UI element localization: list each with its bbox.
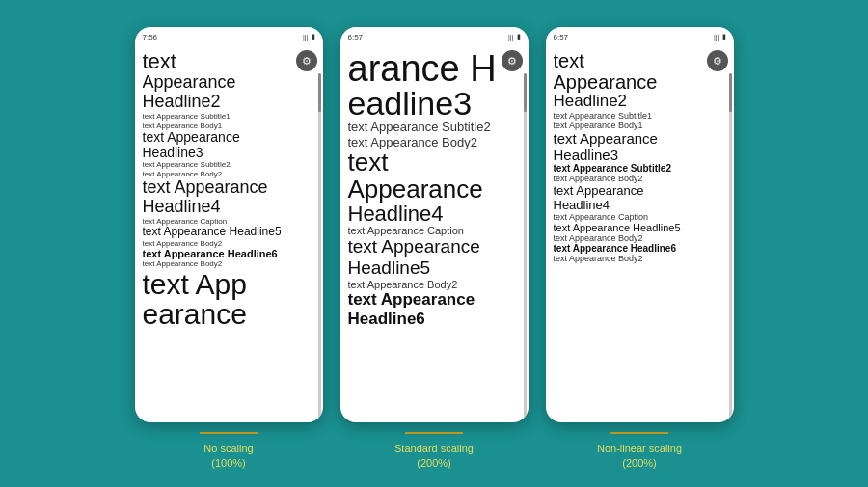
phone1-headline4a: text Appearance: [143, 178, 315, 198]
phone2-wrapper: 6:57 ||| ▮ ⚙ arance H eadline3 text Appe…: [340, 27, 529, 470]
phone3-battery-icon: ▮: [722, 33, 726, 41]
phone1-caption-label: No scaling (100%): [203, 442, 253, 470]
phone2-text: text: [348, 149, 521, 176]
phone1-text-label: text: [143, 50, 315, 73]
phone2-arance: arance H: [348, 50, 521, 87]
phone1-divider: [200, 432, 258, 434]
phone3-headline4a: text Appearance: [554, 183, 726, 198]
phone2-headline6b: Headline6: [348, 310, 521, 329]
phone3-status-right: ||| ▮: [714, 33, 725, 41]
phone3-body2c: text Appearance Body2: [554, 254, 726, 263]
phone3-subtitle1: text Appearance Subtitle1: [554, 111, 726, 121]
phone1-headline6: text Appearance Headline6: [143, 248, 315, 259]
phone1-status-right: ||| ▮: [303, 33, 314, 41]
phone3-gear-button[interactable]: ⚙: [707, 50, 728, 71]
phone2-caption: text Appearance Caption: [348, 225, 521, 236]
phone3-divider: [610, 432, 668, 434]
phone1-scroll-thumb: [318, 73, 321, 112]
phone3-appearance: Appearance: [554, 71, 726, 93]
phone2-headline5a: text Appearance: [348, 236, 521, 257]
phone2-caption-label: Standard scaling (200%): [394, 442, 474, 470]
phone1-headline4b: Headline4: [143, 198, 315, 217]
phone2-divider: [405, 432, 463, 434]
phone1-body2b: text Appearance Body2: [143, 239, 315, 249]
phone1-big-text1: text App: [143, 269, 315, 300]
phone3: 6:57 ||| ▮ ⚙ text Appearance Headline2 t…: [546, 27, 734, 422]
phone2-scroll-thumb: [524, 73, 527, 112]
phone2-scrollbar[interactable]: [524, 73, 527, 419]
phone3-status-time: 6:57: [554, 33, 569, 41]
phone2: 6:57 ||| ▮ ⚙ arance H eadline3 text Appe…: [340, 27, 529, 422]
phone3-scroll: text Appearance Headline2 text Appearanc…: [554, 50, 726, 419]
phone2-body2b: text Appearance Body2: [348, 279, 521, 290]
phone3-headline3b: Headline3: [554, 147, 726, 163]
phone2-content: ⚙ arance H eadline3 text Appearance Subt…: [340, 44, 529, 422]
phone1: 7:56 ||| ▮ ⚙ text Appearance Headline2 t…: [135, 27, 323, 422]
phone3-wrapper: 6:57 ||| ▮ ⚙ text Appearance Headline2 t…: [546, 27, 734, 470]
phone2-appearance: Appearance: [348, 176, 521, 203]
phone3-content: ⚙ text Appearance Headline2 text Appeara…: [546, 44, 734, 422]
phone3-body2: text Appearance Body2: [554, 174, 726, 183]
phone2-gear-button[interactable]: ⚙: [502, 50, 523, 71]
phone3-scrollbar[interactable]: [729, 73, 732, 419]
phone1-headline2-label: Headline2: [143, 93, 315, 112]
phone3-headline2: Headline2: [554, 93, 726, 111]
phone3-body2b: text Appearance Body2: [554, 233, 726, 243]
phone2-headline4: Headline4: [348, 203, 521, 225]
phone3-caption: text Appearance Caption: [554, 212, 726, 222]
phone3-status-bar: 6:57 ||| ▮: [546, 27, 734, 44]
phone1-headline3b: Headline3: [143, 146, 315, 160]
phone1-headline5: text Appearance Headline5: [143, 226, 315, 238]
phone3-headline6: text Appearance Headline6: [554, 243, 726, 254]
phone3-body1: text Appearance Body1: [554, 121, 726, 130]
phone2-headline6a: text Appearance: [348, 290, 521, 310]
phone2-subtitle2: text Appearance Subtitle2: [348, 120, 521, 135]
phone3-subtitle2: text Appearance Subtitle2: [554, 163, 726, 174]
phone3-headline3a: text Appearance: [554, 130, 726, 147]
phone2-headline5b: Headline5: [348, 257, 521, 279]
phone1-battery-icon: ▮: [312, 33, 315, 41]
phone1-gear-button[interactable]: ⚙: [296, 50, 317, 71]
phone2-status-right: ||| ▮: [508, 33, 520, 41]
phone1-content: ⚙ text Appearance Headline2 text Appeara…: [135, 44, 323, 422]
phone2-scroll: arance H eadline3 text Appearance Subtit…: [348, 50, 521, 419]
phone1-signal-icon: |||: [303, 34, 308, 41]
phone1-scrollbar[interactable]: [318, 73, 321, 419]
phone3-headline4b: Headline4: [554, 198, 726, 212]
phone3-text: text: [554, 50, 726, 71]
phone3-signal-icon: |||: [714, 34, 719, 41]
phone1-big-text2: earance: [143, 299, 315, 330]
phone2-signal-icon: |||: [508, 34, 513, 41]
phone1-status-time: 7:56: [143, 33, 158, 41]
phones-container: 7:56 ||| ▮ ⚙ text Appearance Headline2 t…: [135, 17, 734, 470]
phone1-status-bar: 7:56 ||| ▮: [135, 27, 323, 44]
phone2-battery-icon: ▮: [517, 33, 521, 41]
phone1-subtitle1: text Appearance Subtitle1: [143, 112, 315, 122]
phone2-headline3: eadline3: [348, 87, 521, 120]
phone3-caption-label: Non-linear scaling (200%): [597, 442, 682, 470]
phone1-scroll: text Appearance Headline2 text Appearanc…: [143, 50, 315, 419]
phone1-wrapper: 7:56 ||| ▮ ⚙ text Appearance Headline2 t…: [135, 27, 323, 470]
phone1-appearance-label: Appearance: [143, 73, 315, 93]
phone3-scroll-thumb: [729, 73, 732, 112]
phone2-status-time: 6:57: [348, 33, 364, 41]
phone1-subtitle2: text Appearance Subtitle2: [143, 160, 315, 170]
phone1-headline3a: text Appearance: [143, 130, 315, 145]
phone2-status-bar: 6:57 ||| ▮: [340, 27, 529, 44]
phone3-headline5: text Appearance Headline5: [554, 222, 726, 233]
